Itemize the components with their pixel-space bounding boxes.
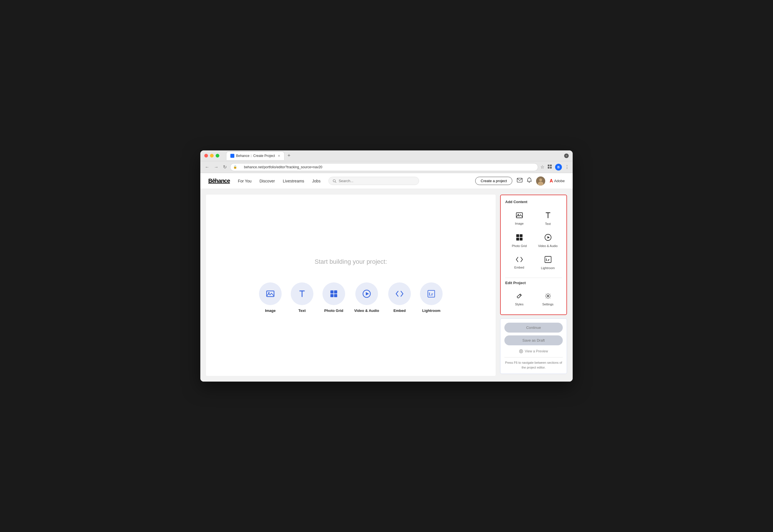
messages-icon[interactable] bbox=[517, 178, 523, 184]
browser-actions: ☆ B ⋮ bbox=[540, 164, 569, 171]
svg-rect-28 bbox=[516, 234, 519, 237]
svg-rect-24 bbox=[516, 213, 523, 218]
svg-marker-33 bbox=[547, 236, 550, 239]
svg-point-38 bbox=[519, 350, 523, 353]
tab-title: Behance :: Create Project bbox=[236, 154, 275, 158]
add-content-title: Add Content bbox=[505, 200, 562, 204]
address-input[interactable]: 🔒 behance.net/portfolio/editor?tracking_… bbox=[230, 163, 538, 171]
image-label: Image bbox=[265, 308, 276, 313]
view-preview-button[interactable]: View a Preview bbox=[504, 348, 563, 354]
maximize-button[interactable] bbox=[216, 154, 219, 158]
svg-rect-29 bbox=[520, 234, 523, 237]
minimize-button[interactable] bbox=[210, 154, 214, 158]
lightroom-circle: Lr bbox=[420, 282, 443, 305]
sidebar-settings-icon bbox=[545, 293, 551, 301]
panel-divider bbox=[505, 278, 562, 278]
nav-link-jobs[interactable]: Jobs bbox=[312, 179, 321, 183]
notifications-icon[interactable] bbox=[527, 177, 532, 184]
adobe-logo[interactable]: A Adobe bbox=[550, 178, 565, 184]
create-project-button[interactable]: Create a project bbox=[475, 177, 512, 185]
sidebar-embed-icon bbox=[516, 257, 523, 264]
save-draft-button[interactable]: Save as Draft bbox=[504, 335, 563, 345]
editor-option-video-audio[interactable]: Video & Audio bbox=[354, 282, 379, 313]
tab-close-button[interactable]: ✕ bbox=[278, 154, 280, 158]
adobe-icon: A bbox=[550, 178, 553, 184]
embed-circle bbox=[388, 282, 411, 305]
svg-point-10 bbox=[539, 178, 542, 181]
continue-button[interactable]: Continue bbox=[504, 323, 563, 333]
sidebar-photo-grid-item[interactable]: Photo Grid bbox=[505, 230, 533, 252]
sidebar-text-item[interactable]: Text bbox=[534, 208, 562, 229]
bookmark-button[interactable]: ☆ bbox=[540, 164, 544, 170]
editor-option-image[interactable]: Image bbox=[259, 282, 282, 313]
svg-rect-30 bbox=[516, 238, 519, 241]
forward-button[interactable]: → bbox=[213, 163, 220, 171]
svg-rect-19 bbox=[334, 294, 337, 297]
sidebar-text-icon bbox=[545, 212, 551, 220]
sidebar-photo-grid-label: Photo Grid bbox=[512, 244, 527, 248]
editor-option-lightroom[interactable]: Lr Lightroom bbox=[420, 282, 443, 313]
video-audio-circle bbox=[355, 282, 378, 305]
behance-logo[interactable]: Bēhance bbox=[208, 178, 230, 184]
close-button[interactable] bbox=[204, 154, 208, 158]
sidebar-styles-label: Styles bbox=[515, 303, 524, 306]
extensions-button[interactable] bbox=[547, 164, 552, 170]
url-text: behance.net/portfolio/editor?tracking_so… bbox=[244, 165, 322, 169]
tab-bar: Behance :: Create Project ✕ + bbox=[226, 152, 292, 160]
content-grid: Image Text bbox=[505, 208, 562, 274]
svg-text:Lr: Lr bbox=[429, 292, 433, 296]
add-content-panel: Add Content Image bbox=[500, 195, 567, 315]
behance-navbar: Bēhance For You Discover Livestreams Job… bbox=[200, 173, 573, 189]
back-button[interactable]: ← bbox=[204, 163, 211, 171]
sidebar-styles-item[interactable]: Styles bbox=[505, 289, 533, 310]
search-bar[interactable] bbox=[328, 177, 419, 185]
browser-profile-avatar[interactable]: B bbox=[555, 164, 562, 171]
editor-option-photo-grid[interactable]: Photo Grid bbox=[322, 282, 345, 313]
edit-project-title: Edit Project bbox=[505, 281, 562, 285]
sidebar-video-audio-icon bbox=[545, 234, 551, 242]
right-sidebar: Add Content Image bbox=[500, 195, 567, 376]
svg-rect-4 bbox=[550, 167, 552, 169]
hint-text: Press F6 to navigate between sections of… bbox=[504, 360, 563, 370]
embed-label: Embed bbox=[393, 308, 405, 313]
user-avatar[interactable] bbox=[536, 176, 545, 186]
text-label: Text bbox=[298, 308, 306, 313]
sidebar-settings-label: Settings bbox=[542, 303, 554, 306]
sidebar-video-audio-item[interactable]: Video & Audio bbox=[534, 230, 562, 252]
window-action-button[interactable] bbox=[564, 154, 569, 158]
svg-text:Lr: Lr bbox=[546, 258, 550, 262]
tab-favicon bbox=[230, 154, 234, 158]
start-building-text: Start building your project: bbox=[315, 258, 387, 265]
new-tab-button[interactable]: + bbox=[286, 152, 292, 159]
editor-option-text[interactable]: Text bbox=[291, 282, 313, 313]
sidebar-image-item[interactable]: Image bbox=[505, 208, 533, 229]
lock-icon: 🔒 bbox=[233, 165, 237, 169]
sidebar-embed-item[interactable]: Embed bbox=[505, 252, 533, 274]
refresh-button[interactable]: ↻ bbox=[222, 163, 228, 171]
nav-link-foryou[interactable]: For You bbox=[238, 179, 251, 183]
svg-rect-31 bbox=[520, 238, 523, 241]
browser-menu-button[interactable]: ⋮ bbox=[565, 164, 569, 170]
nav-actions: Create a project bbox=[475, 176, 565, 186]
editor-option-embed[interactable]: Embed bbox=[388, 282, 411, 313]
nav-link-discover[interactable]: Discover bbox=[260, 179, 275, 183]
edit-grid: Styles Settings bbox=[505, 289, 562, 310]
sidebar-photo-grid-icon bbox=[516, 234, 523, 242]
photo-grid-circle bbox=[322, 282, 345, 305]
adobe-label: Adobe bbox=[554, 179, 565, 183]
photo-grid-label: Photo Grid bbox=[324, 308, 343, 313]
svg-point-25 bbox=[518, 214, 519, 215]
svg-point-39 bbox=[521, 351, 522, 352]
search-input[interactable] bbox=[339, 179, 415, 183]
active-tab[interactable]: Behance :: Create Project ✕ bbox=[226, 152, 284, 160]
video-audio-label: Video & Audio bbox=[354, 308, 379, 313]
svg-rect-12 bbox=[267, 291, 274, 297]
profile-letter: B bbox=[557, 165, 560, 169]
sidebar-settings-item[interactable]: Settings bbox=[534, 289, 562, 310]
sidebar-lightroom-icon: Lr bbox=[545, 256, 551, 265]
sidebar-lightroom-item[interactable]: Lr Lightroom bbox=[534, 252, 562, 274]
sidebar-embed-label: Embed bbox=[514, 266, 524, 269]
nav-link-livestreams[interactable]: Livestreams bbox=[283, 179, 304, 183]
svg-rect-17 bbox=[334, 290, 337, 293]
svg-point-0 bbox=[566, 155, 567, 157]
